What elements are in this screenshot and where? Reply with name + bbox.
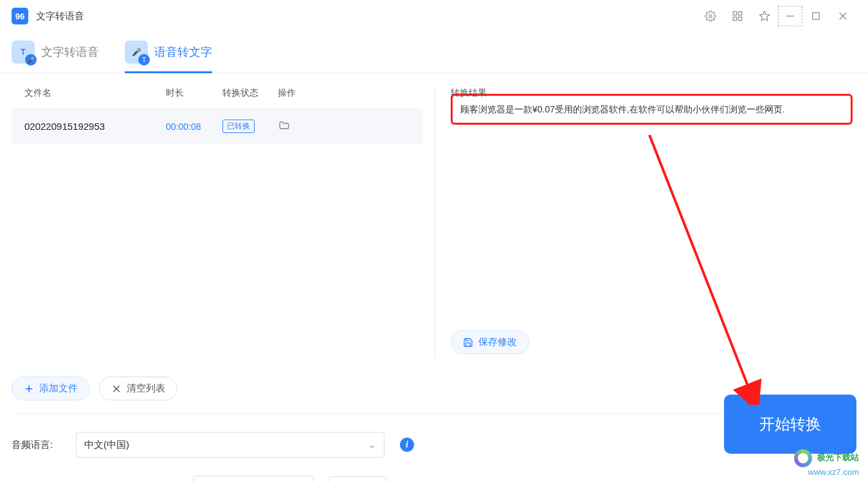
row-status: 已转换 (222, 120, 278, 133)
svg-marker-5 (760, 12, 770, 21)
apps-icon[interactable] (724, 3, 751, 30)
file-list-panel: 文件名 时长 转换状态 操作 020220915192953 00:00:08 … (0, 73, 435, 369)
app-title: 文字转语音 (36, 10, 84, 22)
svg-rect-4 (739, 17, 742, 21)
save-label: 保存修改 (478, 336, 517, 348)
open-folder-icon[interactable] (278, 123, 291, 133)
chevron-down-icon: ⌄ (368, 439, 376, 451)
save-changes-button[interactable]: 保存修改 (451, 330, 529, 354)
svg-point-0 (709, 15, 712, 18)
x-icon (111, 384, 122, 394)
tab-text-to-speech[interactable]: T🎤 文字转语音 (12, 40, 99, 73)
tab-stt-label: 语音转文字 (154, 44, 212, 60)
info-icon[interactable]: i (400, 438, 414, 452)
tts-icon: T🎤 (12, 40, 35, 64)
star-icon[interactable] (751, 3, 778, 30)
svg-rect-2 (739, 12, 742, 15)
main-content: 文件名 时长 转换状态 操作 020220915192953 00:00:08 … (0, 73, 868, 369)
col-filename: 文件名 (24, 87, 166, 99)
row-filename: 020220915192953 (24, 121, 166, 132)
language-value: 中文(中国) (84, 439, 129, 451)
clear-list-label: 清空列表 (127, 382, 165, 395)
stt-icon: 🎤T (125, 40, 148, 64)
settings-icon[interactable] (697, 3, 724, 30)
svg-rect-1 (733, 12, 736, 15)
tab-speech-to-text[interactable]: 🎤T 语音转文字 (125, 40, 212, 73)
output-path-row: 输出路径: 原目录 自定义 C:\Users\香香\Deskt 更改路径 (12, 476, 856, 482)
watermark: 极光下载站 www.xz7.com (794, 449, 859, 478)
add-file-button[interactable]: 添加文件 (12, 377, 90, 400)
save-icon (463, 337, 473, 348)
language-select[interactable]: 中文(中国) ⌄ (76, 432, 384, 458)
result-text-box[interactable]: 顾客浏览器是一款¥0.07受用的浏览器软件,在软件可以帮助小伙伴们浏览一些网页. (451, 94, 853, 125)
svg-rect-7 (813, 13, 820, 20)
table-row[interactable]: 020220915192953 00:00:08 已转换 (12, 108, 423, 145)
tabs: T🎤 文字转语音 🎤T 语音转文字 (0, 32, 868, 73)
clear-list-button[interactable]: 清空列表 (99, 377, 177, 400)
watermark-logo-icon (794, 449, 812, 467)
watermark-title: 极光下载站 (817, 453, 859, 463)
col-operation: 操作 (278, 87, 410, 99)
svg-rect-3 (733, 17, 736, 21)
lang-label: 音频语言: (12, 439, 60, 451)
close-button[interactable] (829, 3, 856, 30)
change-path-button[interactable]: 更改路径 (329, 476, 387, 483)
titlebar: 96 文字转语音 (0, 0, 868, 32)
maximize-button[interactable] (802, 3, 829, 30)
status-badge: 已转换 (222, 120, 255, 133)
minimize-button[interactable] (778, 6, 802, 26)
result-panel: 转换结果 顾客浏览器是一款¥0.07受用的浏览器软件,在软件可以帮助小伙伴们浏览… (435, 73, 868, 369)
start-convert-button[interactable]: 开始转换 (724, 395, 856, 454)
table-header: 文件名 时长 转换状态 操作 (12, 73, 423, 108)
plus-icon (24, 384, 34, 394)
watermark-url: www.xz7.com (808, 467, 859, 477)
row-operation (278, 120, 410, 133)
tab-tts-label: 文字转语音 (41, 44, 99, 60)
col-duration: 时长 (166, 87, 222, 99)
start-label: 开始转换 (759, 414, 821, 434)
row-duration: 00:00:08 (166, 121, 222, 132)
result-text: 顾客浏览器是一款¥0.07受用的浏览器软件,在软件可以帮助小伙伴们浏览一些网页. (460, 104, 785, 114)
add-file-label: 添加文件 (39, 382, 78, 395)
path-input[interactable]: C:\Users\香香\Deskt (193, 476, 314, 482)
col-status: 转换状态 (222, 87, 278, 99)
app-logo-icon: 96 (12, 8, 28, 24)
